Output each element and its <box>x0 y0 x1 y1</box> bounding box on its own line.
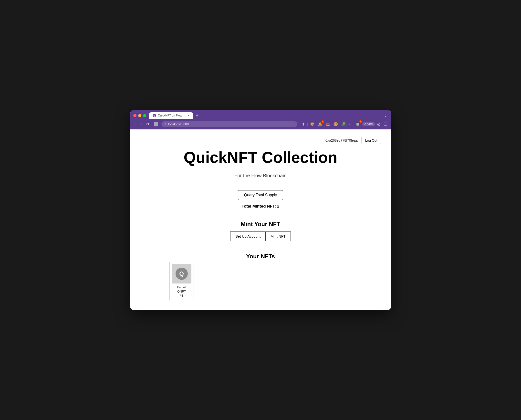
query-total-supply-button[interactable]: Query Total Supply <box>238 190 283 200</box>
menu-icon[interactable]: ☰ <box>383 121 388 127</box>
pen-icon[interactable]: ⊘ <box>376 121 382 128</box>
alert-badge[interactable]: 🔔 1 <box>317 121 323 127</box>
navigation-bar: ‹ › ↻ ⬜ ⚠ localhost:3000 ⬆ | 🦁 🔔 1 🦊 <box>130 119 391 129</box>
close-button[interactable] <box>133 114 136 117</box>
address-bar[interactable]: ⚠ localhost:3000 <box>161 121 297 127</box>
main-content: QuickNFT Collection For the Flow Blockch… <box>140 149 381 260</box>
vpn-icon: ⊙ <box>364 123 366 126</box>
notification-count: 1 <box>359 120 362 123</box>
page-subtitle: For the Flow Blockchain <box>234 173 286 178</box>
nft-image-icon-1: Q <box>176 268 188 280</box>
vpn-badge[interactable]: ⊙ VPN <box>362 122 375 126</box>
divider-2 <box>187 247 334 247</box>
header-row: 0xa268eb778f70feaa Log Out <box>140 134 381 144</box>
your-nfts-title: Your NFTs <box>246 253 275 260</box>
mint-nft-button[interactable]: Mint NFT <box>265 231 291 241</box>
page-content: 0xa268eb778f70feaa Log Out QuickNFT Coll… <box>130 129 391 310</box>
tab-title-text: QuickNFT on Flow <box>158 114 182 117</box>
wallet-icon[interactable]: ▭ <box>348 121 354 127</box>
nft-grid: Q FadedQNFT#1 <box>140 262 381 300</box>
nft-card-1[interactable]: Q FadedQNFT#1 <box>169 262 194 300</box>
window-controls <box>133 114 146 117</box>
setup-account-button[interactable]: Set Up Account <box>230 231 265 241</box>
security-icon: ⚠ <box>164 123 167 126</box>
extensions-icon[interactable]: 🧩 <box>340 121 347 127</box>
mint-action-buttons: Set Up Account Mint NFT <box>230 231 291 241</box>
reload-button[interactable]: ↻ <box>145 121 151 127</box>
total-minted-text: Total Minted NFT: 2 <box>242 204 280 209</box>
nav-actions: ⬆ | 🦁 🔔 1 🦊 😊 🧩 ▭ 🔲 <box>301 121 388 128</box>
nft-name-1: FadedQNFT#1 <box>177 285 186 298</box>
bookmark-icon[interactable]: ⬜ <box>152 121 160 127</box>
divider-1 <box>187 215 334 215</box>
tab-close-icon[interactable]: ✕ <box>187 114 190 117</box>
tab-bar: Q QuickNFT on Flow ✕ + ⌄ <box>130 110 391 119</box>
back-button[interactable]: ‹ <box>133 121 137 127</box>
metamask-icon[interactable]: 🦊 <box>324 121 331 127</box>
forward-button[interactable]: › <box>139 121 143 127</box>
maximize-button[interactable] <box>143 114 146 117</box>
new-tab-button[interactable]: + <box>194 112 201 119</box>
vpn-label: VPN <box>367 123 373 126</box>
url-text: localhost:3000 <box>168 122 294 126</box>
brave-icon[interactable]: 🦁 <box>309 121 316 127</box>
browser-chrome: Q QuickNFT on Flow ✕ + ⌄ ‹ › ↻ ⬜ ⚠ local… <box>130 110 391 129</box>
page-title: QuickNFT Collection <box>184 149 337 166</box>
nft-image-1: Q <box>172 264 191 284</box>
share-icon[interactable]: ⬆ <box>301 121 306 127</box>
minimize-button[interactable] <box>138 114 141 117</box>
logout-button[interactable]: Log Out <box>362 137 381 144</box>
wallet-address: 0xa268eb778f70feaa <box>325 138 358 142</box>
emoji-icon[interactable]: 😊 <box>332 121 339 127</box>
tab-dropdown-icon[interactable]: ⌄ <box>383 113 388 118</box>
tab-favicon: Q <box>153 114 156 117</box>
active-tab[interactable]: Q QuickNFT on Flow ✕ <box>149 112 193 119</box>
browser-window: Q QuickNFT on Flow ✕ + ⌄ ‹ › ↻ ⬜ ⚠ local… <box>130 110 391 310</box>
notifications-badge[interactable]: 🔲 1 <box>354 121 361 127</box>
mint-section-title: Mint Your NFT <box>241 221 280 228</box>
badge-count: 1 <box>322 120 324 123</box>
